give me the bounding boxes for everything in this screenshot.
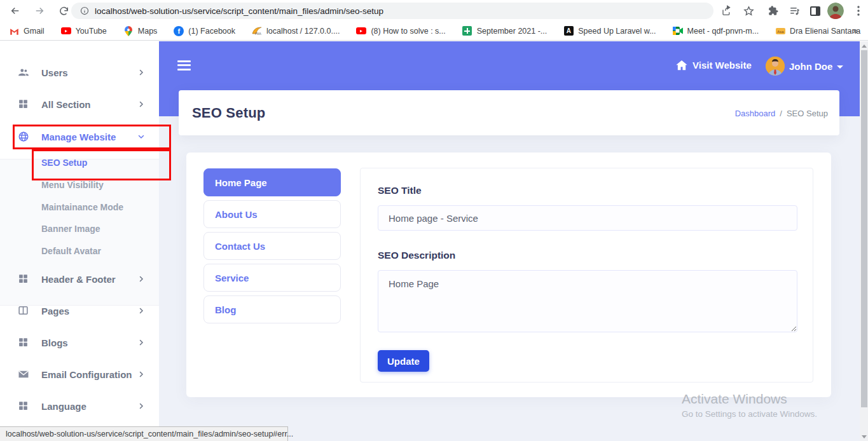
- svg-text:Asa: Asa: [777, 29, 784, 33]
- user-menu[interactable]: John Doe: [789, 61, 843, 72]
- grid-icon: [18, 98, 29, 110]
- gmail-icon: [9, 26, 19, 36]
- sidebar-item-pages[interactable]: Pages: [0, 300, 159, 322]
- chevron-right-icon: [137, 339, 145, 346]
- bookmark-facebook[interactable]: f (1) Facebook: [174, 26, 235, 36]
- bookmarks-overflow-chevron[interactable]: »: [853, 25, 858, 36]
- bookmark-laravel[interactable]: A Speed Up Laravel w...: [563, 26, 656, 36]
- forward-icon[interactable]: [32, 3, 47, 18]
- submenu-item-banner-image[interactable]: Banner Image: [0, 219, 159, 238]
- sidebar-item-blogs[interactable]: Blogs: [0, 332, 159, 353]
- bookmark-dra-elienai[interactable]: Asa Dra Elienai Santana: [775, 26, 860, 36]
- user-avatar[interactable]: [766, 57, 785, 76]
- sidebar-item-manage-website[interactable]: Manage Website: [0, 126, 159, 147]
- link-status-bar: localhost/web-solution-us/service/script…: [0, 426, 288, 441]
- grid-icon: [18, 273, 29, 285]
- youtube-icon: [61, 26, 71, 36]
- playlist-extension-icon[interactable]: [786, 3, 803, 18]
- sidebar-item-all-section[interactable]: All Section: [0, 93, 159, 115]
- bookmark-gmail[interactable]: Gmail: [9, 26, 45, 36]
- tab-service[interactable]: Service: [203, 264, 341, 292]
- site-info-icon[interactable]: [80, 6, 89, 15]
- envelope-icon: [18, 369, 29, 380]
- bookmark-star-icon[interactable]: [740, 3, 757, 18]
- seo-description-label: SEO Description: [378, 250, 455, 261]
- grid-icon: [18, 337, 29, 348]
- submenu-item-default-avatar[interactable]: Default Avatar: [0, 241, 159, 261]
- chevron-down-icon: [137, 133, 145, 140]
- site-logo-icon: Asa: [775, 26, 785, 36]
- bookmarks-bar: Gmail YouTube Maps f (1) Facebook PMA lo…: [0, 22, 868, 41]
- chevron-right-icon: [137, 402, 145, 410]
- tab-blog[interactable]: Blog: [203, 295, 341, 323]
- breadcrumb-current: SEO Setup: [787, 109, 828, 118]
- users-icon: [18, 67, 29, 78]
- home-icon: [676, 60, 687, 71]
- youtube-icon: [356, 26, 366, 36]
- letter-a-icon: A: [563, 26, 574, 36]
- seo-title-label: SEO Title: [378, 185, 422, 196]
- bookmark-youtube[interactable]: YouTube: [61, 26, 107, 36]
- url-text: localhost/web-solution-us/service/script…: [95, 6, 383, 16]
- page-header-card: SEO Setup Dashboard / SEO Setup: [179, 90, 839, 135]
- bookmark-howtosolve[interactable]: (8) How to solve : s...: [356, 26, 445, 36]
- sidebar-item-header-footer[interactable]: Header & Footer: [0, 268, 159, 290]
- sidebar: Users All Section Manage Website SEO Set…: [0, 41, 159, 441]
- svg-text:PMA: PMA: [255, 32, 261, 36]
- extensions-puzzle-icon[interactable]: [765, 3, 782, 18]
- page-title: SEO Setup: [192, 105, 266, 121]
- meet-icon: [673, 26, 683, 36]
- globe-icon: [18, 131, 29, 142]
- sidebar-item-users[interactable]: Users: [0, 62, 159, 83]
- bookmark-maps[interactable]: Maps: [123, 26, 158, 36]
- chevron-right-icon: [137, 370, 145, 378]
- seo-title-input[interactable]: [378, 205, 797, 231]
- columns-icon: [18, 305, 29, 316]
- facebook-icon: f: [174, 26, 184, 36]
- sidebar-item-language[interactable]: Language: [0, 395, 159, 417]
- scroll-up-arrow[interactable]: [860, 41, 868, 50]
- calendar-icon: [462, 26, 472, 36]
- submenu-item-maintainance-mode[interactable]: Maintainance Mode: [0, 198, 159, 217]
- submenu-item-seo-setup[interactable]: SEO Setup: [0, 153, 159, 172]
- chevron-right-icon: [137, 100, 145, 108]
- chrome-menu-icon[interactable]: [850, 3, 867, 18]
- back-icon[interactable]: [8, 3, 23, 18]
- update-button[interactable]: Update: [378, 350, 429, 372]
- bookmark-phpmyadmin[interactable]: PMA localhost / 127.0.0....: [252, 26, 340, 36]
- share-icon[interactable]: [719, 3, 735, 18]
- seo-description-textarea[interactable]: Home Page: [378, 270, 797, 332]
- seo-setup-card: Home Page About Us Contact Us Service Bl…: [186, 153, 831, 397]
- browser-toolbar: localhost/web-solution-us/service/script…: [0, 0, 868, 22]
- phpmyadmin-icon: PMA: [252, 26, 262, 36]
- breadcrumb-dashboard-link[interactable]: Dashboard: [735, 109, 776, 118]
- sidebar-item-email-configuration[interactable]: Email Configuration: [0, 363, 159, 385]
- chevron-right-icon: [137, 307, 145, 315]
- breadcrumb-separator: /: [780, 109, 782, 118]
- profile-avatar[interactable]: [827, 3, 844, 18]
- seo-form-panel: SEO Title SEO Description Home Page Upda…: [360, 168, 813, 383]
- maps-pin-icon: [123, 26, 134, 36]
- tab-about-us[interactable]: About Us: [203, 200, 341, 228]
- address-bar[interactable]: localhost/web-solution-us/service/script…: [71, 3, 713, 19]
- scrollbar-thumb[interactable]: [861, 50, 867, 407]
- submenu-item-menu-visibility[interactable]: Menu Visibility: [0, 175, 159, 194]
- side-panel-icon[interactable]: [807, 3, 823, 18]
- activate-windows-watermark: Activate Windows Go to Settings to activ…: [682, 391, 817, 419]
- hamburger-menu-icon[interactable]: [177, 60, 191, 71]
- bookmark-september[interactable]: September 2021 -...: [462, 26, 547, 36]
- page-scrollbar[interactable]: [860, 41, 868, 441]
- scroll-down-arrow[interactable]: [860, 432, 868, 441]
- grid-icon: [18, 400, 29, 412]
- bookmark-meet[interactable]: Meet - qdf-pnvn-m...: [673, 26, 759, 36]
- caret-down-icon: [837, 65, 843, 69]
- tab-contact-us[interactable]: Contact Us: [203, 232, 341, 260]
- tab-home-page[interactable]: Home Page: [203, 168, 341, 196]
- chevron-right-icon: [137, 275, 145, 283]
- reload-icon[interactable]: [56, 3, 71, 18]
- visit-website-link[interactable]: Visit Website: [676, 60, 752, 71]
- breadcrumb: Dashboard / SEO Setup: [735, 109, 828, 118]
- chevron-right-icon: [137, 69, 145, 76]
